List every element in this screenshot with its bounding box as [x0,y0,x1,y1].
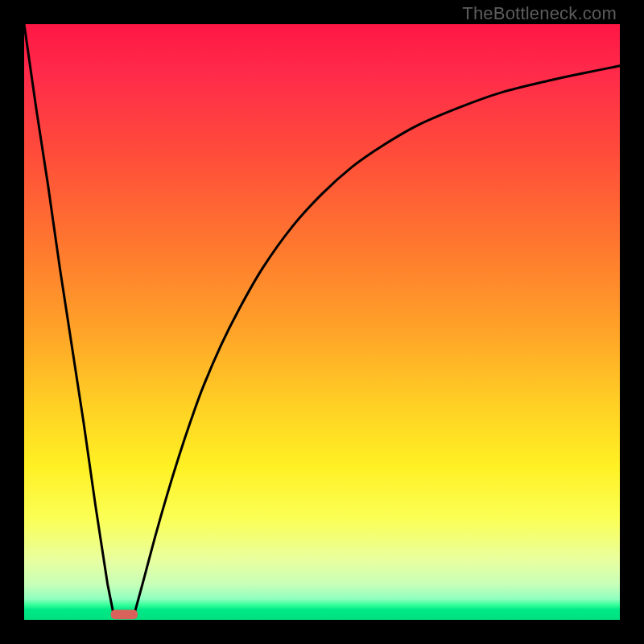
curve-right-limb [134,66,620,614]
curve-left-limb [24,24,114,614]
plot-area [24,24,620,620]
valley-marker [111,609,138,619]
chart-curves [24,24,620,620]
watermark-text: TheBottleneck.com [462,3,617,24]
chart-frame: TheBottleneck.com [0,0,644,644]
